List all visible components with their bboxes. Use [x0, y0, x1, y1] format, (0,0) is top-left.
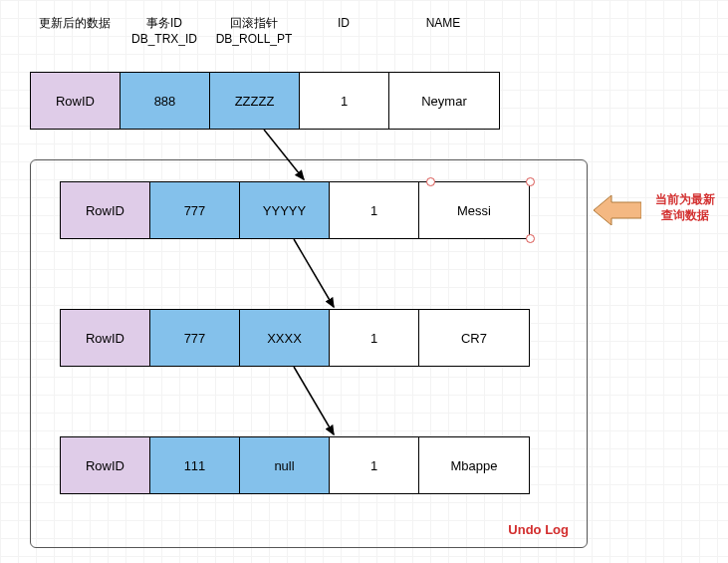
cell-trx: 111 — [150, 437, 240, 493]
cell-trx: 777 — [150, 182, 240, 238]
cell-id: 1 — [330, 310, 419, 366]
cell-roll: XXXX — [240, 310, 330, 366]
row-undo-1: RowID 777 YYYYY 1 Messi — [60, 181, 530, 239]
header-rowid: 更新后的数据 — [30, 16, 120, 47]
cell-roll: null — [240, 437, 330, 493]
selection-handle — [526, 177, 535, 186]
cell-roll: ZZZZZ — [210, 73, 300, 129]
cell-id: 1 — [300, 73, 389, 129]
cell-rowid: RowID — [31, 73, 121, 129]
selection-handle — [426, 177, 435, 186]
row-undo-2: RowID 777 XXXX 1 CR7 — [60, 309, 530, 367]
row-current: RowID 888 ZZZZZ 1 Neymar — [30, 72, 500, 130]
cell-roll: YYYYY — [240, 182, 330, 238]
column-headers: 更新后的数据 事务ID DB_TRX_ID 回滚指针 DB_ROLL_PT ID… — [30, 16, 498, 47]
header-roll: 回滚指针 DB_ROLL_PT — [209, 16, 299, 47]
undo-log-label: Undo Log — [508, 522, 569, 537]
header-id: ID — [299, 16, 388, 47]
cell-rowid: RowID — [61, 182, 150, 238]
selection-handle — [526, 234, 535, 243]
cell-name: Neymar — [389, 73, 499, 129]
cell-id: 1 — [330, 182, 419, 238]
cell-name: CR7 — [419, 310, 529, 366]
cell-name: Messi — [419, 182, 529, 238]
cell-rowid: RowID — [61, 310, 150, 366]
cell-id: 1 — [330, 437, 419, 493]
cell-name: Mbappe — [419, 437, 529, 493]
callout-text: 当前为最新 查询数据 — [645, 192, 725, 223]
header-trx: 事务ID DB_TRX_ID — [120, 16, 209, 47]
row-undo-3: RowID 111 null 1 Mbappe — [60, 436, 530, 494]
cell-trx: 777 — [150, 310, 240, 366]
header-name: NAME — [388, 16, 498, 47]
callout-arrow-icon — [594, 195, 641, 225]
cell-trx: 888 — [121, 73, 210, 129]
cell-rowid: RowID — [61, 437, 150, 493]
